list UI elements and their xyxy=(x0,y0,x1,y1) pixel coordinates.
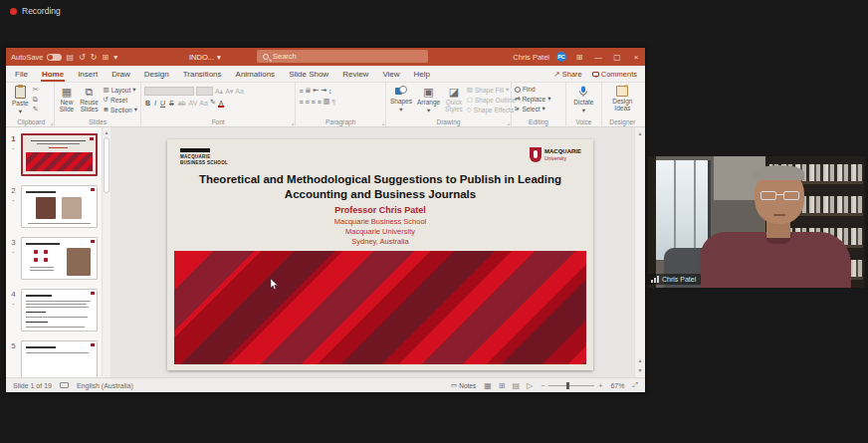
character-spacing-icon[interactable]: AV xyxy=(188,100,197,107)
font-size-select[interactable] xyxy=(196,87,213,96)
text-shadow-icon[interactable]: ab xyxy=(177,100,187,107)
thumbnail-slide-4[interactable]: 4 ▪ xyxy=(8,289,100,332)
participant-video-tile[interactable]: Chris Patel xyxy=(648,156,865,288)
bullets-icon[interactable]: ≡ xyxy=(299,88,303,95)
paragraph-dialog-launcher-icon[interactable]: ⌟ xyxy=(381,119,384,125)
decrease-indent-icon[interactable]: ⇤ xyxy=(313,87,319,95)
user-name[interactable]: Chris Patel xyxy=(513,53,549,62)
tab-file[interactable]: File xyxy=(14,68,29,81)
tab-home[interactable]: Home xyxy=(41,68,65,81)
reading-view-icon[interactable]: ▤ xyxy=(512,381,520,390)
undo-icon[interactable]: ↺ xyxy=(79,53,86,62)
slide-editor[interactable]: MACQUARIE BUSINESS SCHOOL MACQUARIE Univ… xyxy=(167,139,593,370)
thumbnail-slide-5[interactable]: 5 xyxy=(8,340,100,377)
section-button[interactable]: ≣ Section ▾ xyxy=(104,106,137,113)
tab-help[interactable]: Help xyxy=(413,68,431,81)
quick-styles-button[interactable]: ◪ Quick Styles xyxy=(444,85,464,113)
slide-presenter[interactable]: Professor Chris Patel xyxy=(167,205,593,215)
bold-button[interactable]: B xyxy=(144,100,151,107)
start-slideshow-icon[interactable]: ⊞ xyxy=(103,53,109,62)
autosave-toggle[interactable]: AutoSave xyxy=(11,53,62,62)
align-center-icon[interactable]: ≡ xyxy=(305,99,309,106)
slideshow-view-icon[interactable]: ▷ xyxy=(527,381,533,390)
columns-icon[interactable]: ▥ xyxy=(324,98,330,106)
tab-design[interactable]: Design xyxy=(143,68,170,81)
copy-icon[interactable]: ⧉ xyxy=(33,96,39,104)
restore-button[interactable]: ▢ xyxy=(611,53,623,62)
canvas-scrollbar[interactable]: ▴ ▴ ▾ xyxy=(634,127,645,377)
share-button[interactable]: ↗ Share xyxy=(553,70,581,79)
italic-button[interactable]: I xyxy=(153,100,157,107)
language-indicator[interactable]: English (Australia) xyxy=(77,382,133,389)
tab-slideshow[interactable]: Slide Show xyxy=(288,68,329,81)
thumbnail-slide-2[interactable]: 2 ▪ xyxy=(8,185,100,228)
shapes-button[interactable]: Shapes ▾ xyxy=(389,85,413,113)
thumbnail-slide-1[interactable]: 1 ▪ xyxy=(8,133,100,176)
slide-title[interactable]: Theoretical and Methodological Suggestio… xyxy=(167,172,593,201)
thumbnail-scrollbar[interactable]: ▴ xyxy=(102,127,110,377)
slide-sorter-view-icon[interactable]: ⊞ xyxy=(499,381,506,390)
notes-button[interactable]: ▭ Notes xyxy=(451,381,476,389)
align-left-icon[interactable]: ≡ xyxy=(299,99,303,106)
design-ideas-button[interactable]: Design Ideas xyxy=(605,85,640,112)
slide-affiliation-school[interactable]: Macquarie Business School xyxy=(167,217,593,226)
justify-icon[interactable]: ≡ xyxy=(318,99,322,106)
slide-affiliation-location[interactable]: Sydney, Australia xyxy=(167,237,593,246)
clear-formatting-icon[interactable]: Aa xyxy=(235,88,244,95)
thumbnail-slide-3[interactable]: 3 ▪ xyxy=(8,237,100,280)
new-slide-button[interactable]: ▦ New Slide xyxy=(58,85,75,113)
red-stripe-banner[interactable] xyxy=(174,251,586,364)
zoom-level[interactable]: 67% xyxy=(610,382,624,389)
document-name[interactable]: INDO... ▾ xyxy=(189,48,221,66)
reuse-slides-button[interactable]: ⧉ Reuse Slides xyxy=(79,85,101,113)
close-button[interactable]: × xyxy=(630,53,642,62)
highlight-color-icon[interactable]: ✎ xyxy=(210,99,216,107)
layout-button[interactable]: ▥ Layout ▾ xyxy=(104,86,137,94)
tab-insert[interactable]: Insert xyxy=(77,68,99,81)
fit-slide-button[interactable]: ⤢ xyxy=(632,381,638,389)
clipboard-dialog-launcher-icon[interactable]: ⌟ xyxy=(51,119,54,125)
underline-button[interactable]: U xyxy=(159,100,166,107)
comments-button[interactable]: Comments xyxy=(592,70,637,79)
save-icon[interactable]: ▤ xyxy=(67,53,75,62)
line-spacing-icon[interactable]: ↕ xyxy=(328,88,332,95)
font-dialog-launcher-icon[interactable]: ⌟ xyxy=(292,119,295,125)
tab-animations[interactable]: Animations xyxy=(235,68,277,81)
change-case-icon[interactable]: Aa xyxy=(199,100,208,107)
slide-affiliation-university[interactable]: Macquarie University xyxy=(167,227,593,236)
next-slide-button[interactable]: ▾ xyxy=(638,366,641,373)
format-painter-icon[interactable]: ✎ xyxy=(33,106,39,113)
previous-slide-button[interactable]: ▴ xyxy=(638,356,641,363)
grow-font-icon[interactable]: A▴ xyxy=(215,88,223,96)
accessibility-icon[interactable] xyxy=(60,382,69,388)
font-name-select[interactable] xyxy=(144,87,194,96)
cut-icon[interactable]: ✂ xyxy=(33,86,39,94)
tab-view[interactable]: View xyxy=(381,68,400,81)
zoom-out-button[interactable]: − xyxy=(541,382,544,389)
tab-draw[interactable]: Draw xyxy=(110,68,131,81)
paste-button[interactable]: Paste ▾ xyxy=(11,85,30,115)
avatar[interactable]: PC xyxy=(556,52,566,62)
ribbon-options-icon[interactable]: ⊞ xyxy=(573,53,585,62)
align-right-icon[interactable]: ≡ xyxy=(312,99,316,106)
dictate-button[interactable]: Dictate ▾ xyxy=(572,85,594,114)
strikethrough-button[interactable]: S xyxy=(168,100,175,107)
find-button[interactable]: Find xyxy=(515,86,562,93)
numbering-icon[interactable]: ≣ xyxy=(305,87,311,95)
tab-review[interactable]: Review xyxy=(341,68,369,81)
search-input[interactable]: Search xyxy=(257,50,428,63)
redo-icon[interactable]: ↻ xyxy=(91,53,98,62)
replace-button[interactable]: ⇄ Replace ▾ xyxy=(515,95,562,103)
drawing-dialog-launcher-icon[interactable]: ⌟ xyxy=(507,119,510,125)
normal-view-icon[interactable]: ▦ xyxy=(484,381,492,390)
reset-button[interactable]: ↺ Reset xyxy=(104,96,137,104)
select-button[interactable]: ⊳ Select ▾ xyxy=(515,105,562,112)
increase-indent-icon[interactable]: ⇥ xyxy=(321,87,326,95)
text-direction-icon[interactable]: ¶ xyxy=(331,99,335,106)
qat-more-icon[interactable]: ▾ xyxy=(113,53,117,62)
slide-indicator[interactable]: Slide 1 of 19 xyxy=(13,382,52,389)
shrink-font-icon[interactable]: A▾ xyxy=(225,88,233,96)
zoom-in-button[interactable]: + xyxy=(598,382,602,389)
tab-transitions[interactable]: Transitions xyxy=(182,68,223,81)
zoom-slider[interactable] xyxy=(548,385,594,386)
